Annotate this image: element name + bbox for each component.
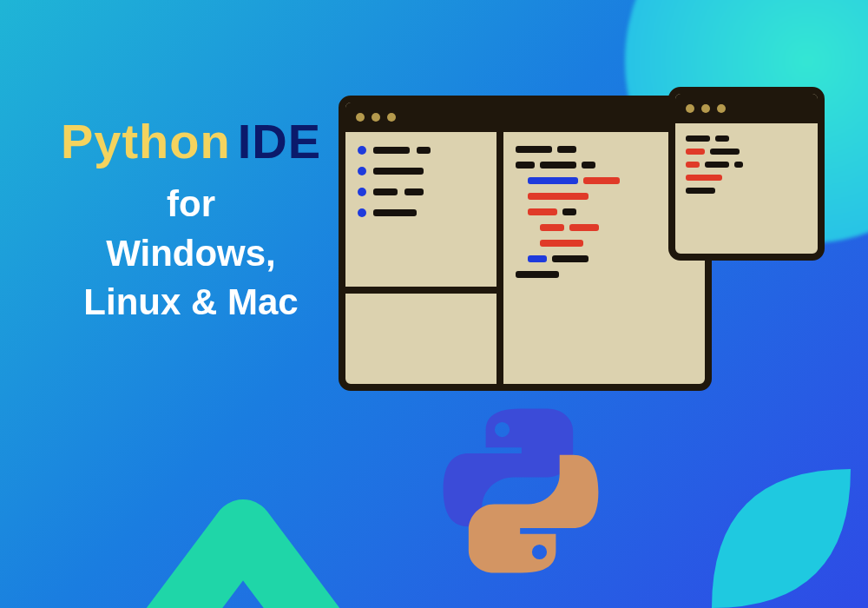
headline-sub-windows: Windows, — [106, 233, 276, 274]
window-dot-icon — [701, 104, 710, 113]
window-dot-icon — [387, 113, 396, 122]
ide-mini-titlebar — [675, 94, 818, 123]
ide-mini-window — [668, 87, 825, 261]
ide-mini-editor — [675, 123, 818, 213]
python-logo-icon — [425, 395, 616, 586]
window-dot-icon — [686, 104, 694, 113]
headline-sub-for: for — [167, 183, 215, 224]
headline: PythonIDE for Windows, Linux & Mac — [43, 113, 339, 327]
headline-title: PythonIDE — [43, 113, 339, 169]
window-dot-icon — [372, 113, 380, 122]
ide-sidebar-panel — [345, 132, 496, 287]
headline-subtitle: for Windows, Linux & Mac — [43, 180, 339, 327]
window-dot-icon — [356, 113, 365, 122]
ide-windows-illustration — [339, 87, 825, 400]
bg-chevron-shape — [113, 426, 373, 608]
ide-main-titlebar — [345, 102, 705, 132]
ide-output-panel — [345, 287, 496, 384]
window-dot-icon — [717, 104, 726, 113]
headline-sub-linuxmac: Linux & Mac — [83, 281, 298, 322]
headline-word-ide: IDE — [238, 114, 321, 169]
bg-leaf-shape — [677, 417, 868, 608]
headline-word-python: Python — [61, 114, 231, 169]
ide-main-window — [339, 96, 712, 391]
